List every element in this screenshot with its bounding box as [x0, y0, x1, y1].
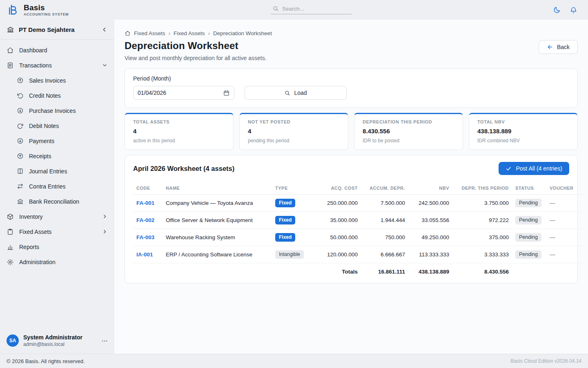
brand: Basis ACCOUNTING SYSTEM — [7, 3, 69, 17]
company-selector[interactable]: PT Demo Sejahtera — [0, 20, 114, 40]
sidebar: PT Demo Sejahtera Dashboard Transacti — [0, 20, 114, 354]
sidebar-item-receipts[interactable]: Receipts — [0, 148, 114, 164]
sidebar-item-sales-invoices[interactable]: Sales Invoices — [0, 73, 114, 88]
period-date-field[interactable] — [133, 86, 234, 100]
post-all-button[interactable]: Post All (4 entries) — [499, 162, 569, 175]
sidebar-item-label: Credit Notes — [29, 92, 61, 99]
worksheet-table: CODE NAME TYPE ACQ. COST ACCUM. DEPR. NB… — [133, 182, 582, 280]
stat-card-depreciation-period: DEPRECIATION THIS PERIOD 8.430.556 IDR t… — [354, 113, 463, 150]
basis-logo-icon — [7, 3, 20, 17]
acq-cost: 35.000.000 — [315, 212, 361, 229]
stat-label: DEPRECIATION THIS PERIOD — [363, 119, 454, 124]
sidebar-item-label: Inventory — [19, 213, 43, 220]
home-icon[interactable] — [125, 30, 131, 36]
search-input[interactable] — [282, 6, 350, 12]
breadcrumb-item[interactable]: Fixed Assets — [174, 30, 205, 36]
table-row: FA-003 Warehouse Racking System Fixed 50… — [133, 229, 582, 246]
sidebar-item-reports[interactable]: Reports — [0, 239, 114, 254]
notifications-bell-icon[interactable] — [570, 6, 577, 14]
table-row: FA-001 Company Vehicle — Toyota Avanza F… — [133, 195, 582, 212]
breadcrumb-separator: › — [169, 30, 171, 36]
breadcrumb-item[interactable]: Fixed Assets — [134, 30, 165, 36]
asset-code-link[interactable]: FA-002 — [136, 217, 154, 223]
status-badge: Pending — [515, 233, 541, 242]
sidebar-item-administration[interactable]: Administration — [0, 254, 114, 269]
sidebar-item-dashboard[interactable]: Dashboard — [0, 43, 114, 58]
sidebar-item-purchase-invoices[interactable]: Purchase Invoices — [0, 103, 114, 118]
avatar: SA — [7, 334, 19, 347]
home-icon — [7, 47, 14, 54]
stat-value: 4 — [133, 128, 225, 135]
totals-accum-depr: 16.861.111 — [361, 263, 408, 281]
chevron-right-icon — [102, 229, 108, 235]
accum-depr: 750.000 — [361, 229, 408, 246]
acq-cost: 120.000.000 — [315, 246, 361, 263]
col-accum-depr: ACCUM. DEPR. — [361, 182, 408, 195]
sidebar-item-contra-entries[interactable]: Contra Entries — [0, 179, 114, 194]
clipboard-icon — [7, 228, 14, 236]
sidebar-item-label: Fixed Assets — [19, 229, 51, 235]
page-title: Depreciation Worksheet — [125, 40, 267, 52]
sidebar-item-journal-entries[interactable]: Journal Entries — [0, 164, 114, 179]
col-status: STATUS — [512, 182, 546, 195]
theme-toggle-moon-icon[interactable] — [553, 6, 561, 14]
stat-value: 438.138.889 — [477, 128, 569, 135]
nbv: 49.250.000 — [408, 229, 452, 246]
asset-name: Company Vehicle — Toyota Avanza — [163, 195, 272, 212]
sidebar-item-label: Journal Entries — [29, 168, 67, 175]
arrow-up-circle-icon — [17, 77, 24, 84]
acq-cost: 50.000.000 — [315, 229, 361, 246]
asset-code-link[interactable]: FA-003 — [136, 234, 154, 240]
stat-sub: pending this period — [248, 138, 340, 144]
book-icon — [17, 168, 24, 175]
totals-row: Totals 16.861.111 438.138.889 8.430.556 — [133, 263, 582, 281]
depr-this-period: 3.750.000 — [452, 195, 512, 212]
col-type: TYPE — [272, 182, 315, 195]
worksheet-card: April 2026 Worksheet (4 assets) Post All… — [125, 155, 578, 283]
stat-value: 8.430.556 — [363, 128, 454, 135]
asset-code-link[interactable]: FA-001 — [136, 200, 154, 206]
col-code: CODE — [133, 182, 163, 195]
page-subtitle: View and post monthly depreciation for a… — [125, 55, 267, 61]
sidebar-item-bank-reconciliation[interactable]: Bank Reconciliation — [0, 194, 114, 209]
sidebar-item-label: Bank Reconciliation — [29, 198, 79, 205]
bar-chart-icon — [7, 243, 14, 251]
status-badge: Pending — [515, 216, 541, 224]
accum-depr: 6.666.667 — [361, 246, 408, 263]
check-icon — [506, 166, 512, 172]
page-header: Depreciation Worksheet View and post mon… — [125, 40, 578, 61]
version-text: Basis Cloud Edition v2026.04.14 — [511, 358, 581, 364]
depr-this-period: 3.333.333 — [452, 246, 512, 263]
sidebar-item-label: Receipts — [29, 153, 51, 159]
voucher-value: — — [550, 200, 555, 206]
calendar-icon[interactable] — [223, 90, 230, 96]
asset-name: Office Server & Network Equipment — [163, 212, 272, 229]
user-menu-button[interactable]: ... — [102, 336, 108, 345]
sidebar-item-payments[interactable]: Payments — [0, 133, 114, 148]
stat-card-total-assets: TOTAL ASSETS 4 active in this period — [125, 113, 234, 150]
col-name: NAME — [163, 182, 272, 195]
footer: © 2026 Basis. All rights reserved. Basis… — [0, 354, 588, 368]
sidebar-item-fixed-assets[interactable]: Fixed Assets — [0, 224, 114, 239]
sidebar-item-transactions[interactable]: Transactions — [0, 58, 114, 73]
rotate-cw-icon — [17, 122, 24, 129]
chevron-right-icon — [102, 213, 108, 220]
stat-label: TOTAL NBV — [477, 119, 569, 124]
collapse-sidebar-icon[interactable] — [101, 26, 108, 33]
back-button[interactable]: Back — [539, 40, 578, 54]
period-label: Period (Month) — [133, 75, 569, 82]
sidebar-item-inventory[interactable]: Inventory — [0, 209, 114, 224]
sidebar-item-debit-notes[interactable]: Debit Notes — [0, 118, 114, 133]
breadcrumb-item[interactable]: Depreciation Worksheet — [213, 30, 272, 36]
asset-code-link[interactable]: IA-001 — [136, 251, 153, 258]
load-button[interactable]: Load — [245, 86, 347, 100]
company-name: PT Demo Sejahtera — [19, 26, 75, 33]
period-date-input[interactable] — [138, 90, 220, 96]
totals-depr-period: 8.430.556 — [452, 263, 512, 281]
sidebar-item-label: Transactions — [19, 62, 52, 69]
sidebar-item-credit-notes[interactable]: Credit Notes — [0, 88, 114, 103]
stat-sub: IDR combined NBV — [477, 138, 569, 144]
back-button-label: Back — [557, 44, 570, 50]
stat-card-not-yet-posted: NOT YET POSTED 4 pending this period — [239, 113, 348, 150]
nbv: 33.055.556 — [408, 212, 452, 229]
